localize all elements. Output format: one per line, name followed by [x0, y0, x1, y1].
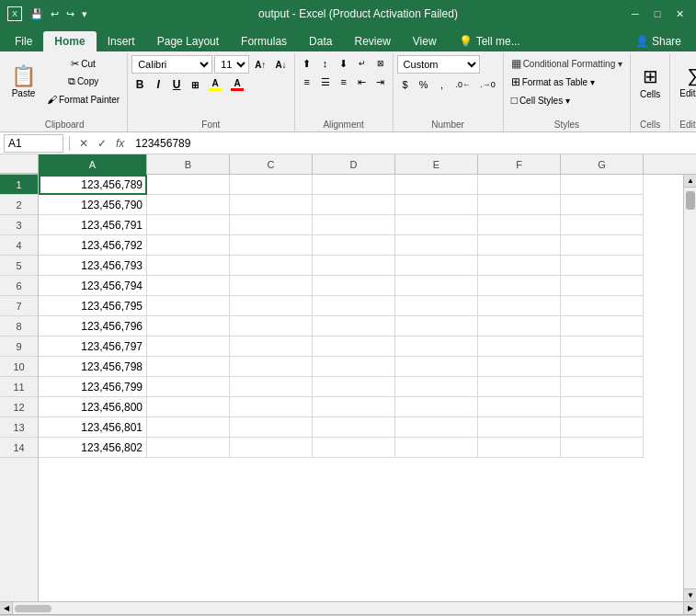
cell-c4[interactable]	[230, 235, 313, 256]
cell-b14[interactable]	[147, 438, 230, 458]
scroll-left-button[interactable]: ◀	[0, 602, 13, 614]
cell-f2[interactable]	[478, 195, 561, 215]
cell-e13[interactable]	[395, 417, 478, 438]
increase-indent-button[interactable]: ⇥	[372, 74, 389, 90]
minimize-button[interactable]: ─	[626, 5, 645, 23]
bold-button[interactable]: B	[131, 75, 148, 94]
cell-a5[interactable]: 123,456,793	[39, 256, 147, 276]
cell-g9[interactable]	[561, 337, 644, 357]
cell-g8[interactable]	[561, 316, 644, 337]
cell-c1[interactable]	[230, 175, 313, 195]
tab-home[interactable]: Home	[43, 31, 96, 51]
cell-g4[interactable]	[561, 235, 644, 256]
font-size-select[interactable]: 11	[214, 55, 249, 74]
align-top-button[interactable]: ⬆	[299, 55, 315, 72]
tab-review[interactable]: Review	[343, 31, 401, 51]
col-header-c[interactable]: C	[230, 154, 313, 175]
cell-b4[interactable]	[147, 235, 230, 256]
cell-reference-box[interactable]: A1	[4, 134, 63, 153]
decrease-decimal-button[interactable]: .0←	[452, 76, 475, 93]
conditional-formatting-button[interactable]: ▦ Conditional Formatting ▾	[508, 55, 626, 72]
cell-c3[interactable]	[230, 215, 313, 235]
tab-share[interactable]: 👤 Share	[624, 31, 692, 51]
increase-font-button[interactable]: A↑	[251, 55, 269, 74]
tab-formulas[interactable]: Formulas	[230, 31, 298, 51]
cell-d8[interactable]	[313, 316, 395, 337]
vertical-scrollbar[interactable]: ▲ ▼	[683, 175, 696, 601]
cell-a10[interactable]: 123,456,798	[39, 357, 147, 377]
cell-e9[interactable]	[395, 337, 478, 357]
align-left-button[interactable]: ≡	[299, 74, 315, 90]
row-num-9[interactable]: 9	[0, 337, 38, 357]
row-num-6[interactable]: 6	[0, 276, 38, 296]
cell-e7[interactable]	[395, 296, 478, 316]
cell-f5[interactable]	[478, 256, 561, 276]
cell-d14[interactable]	[313, 438, 395, 458]
row-num-1[interactable]: 1	[0, 175, 38, 195]
tab-insert[interactable]: Insert	[97, 31, 146, 51]
cell-e14[interactable]	[395, 438, 478, 458]
wrap-text-button[interactable]: ↵	[354, 55, 371, 72]
redo-button[interactable]: ↪	[63, 6, 77, 22]
cell-e1[interactable]	[395, 175, 478, 195]
cell-g2[interactable]	[561, 195, 644, 215]
cell-e4[interactable]	[395, 235, 478, 256]
row-num-11[interactable]: 11	[0, 377, 38, 397]
cell-g13[interactable]	[561, 417, 644, 438]
cell-e5[interactable]	[395, 256, 478, 276]
cell-a12[interactable]: 123,456,800	[39, 397, 147, 417]
col-header-b[interactable]: B	[147, 154, 230, 175]
formula-input[interactable]	[131, 134, 692, 153]
row-num-14[interactable]: 14	[0, 438, 38, 458]
cell-b9[interactable]	[147, 337, 230, 357]
cell-b5[interactable]	[147, 256, 230, 276]
cell-g5[interactable]	[561, 256, 644, 276]
cell-b2[interactable]	[147, 195, 230, 215]
align-right-button[interactable]: ≡	[336, 74, 352, 90]
row-num-4[interactable]: 4	[0, 235, 38, 256]
cell-b3[interactable]	[147, 215, 230, 235]
cut-button[interactable]: ✂ Cut	[43, 56, 123, 73]
cell-a8[interactable]: 123,456,796	[39, 316, 147, 337]
cell-c13[interactable]	[230, 417, 313, 438]
close-button[interactable]: ✕	[670, 5, 689, 23]
font-color-button[interactable]: A	[227, 75, 247, 94]
cell-e8[interactable]	[395, 316, 478, 337]
insert-function-button[interactable]: fx	[112, 134, 128, 153]
cell-f7[interactable]	[478, 296, 561, 316]
comma-button[interactable]: ,	[434, 76, 451, 93]
cell-d13[interactable]	[313, 417, 395, 438]
cell-f10[interactable]	[478, 357, 561, 377]
increase-decimal-button[interactable]: .→0	[476, 76, 499, 93]
cell-a3[interactable]: 123,456,791	[39, 215, 147, 235]
cell-e11[interactable]	[395, 377, 478, 397]
scroll-down-button[interactable]: ▼	[684, 588, 696, 601]
cell-b11[interactable]	[147, 377, 230, 397]
row-num-7[interactable]: 7	[0, 296, 38, 316]
cell-a7[interactable]: 123,456,795	[39, 296, 147, 316]
cell-f8[interactable]	[478, 316, 561, 337]
row-num-13[interactable]: 13	[0, 417, 38, 438]
cell-a2[interactable]: 123,456,790	[39, 195, 147, 215]
cell-d11[interactable]	[313, 377, 395, 397]
cell-c6[interactable]	[230, 276, 313, 296]
cell-b7[interactable]	[147, 296, 230, 316]
cell-e12[interactable]	[395, 397, 478, 417]
cell-a14[interactable]: 123,456,802	[39, 438, 147, 458]
scroll-right-button[interactable]: ▶	[683, 602, 696, 614]
cell-f6[interactable]	[478, 276, 561, 296]
cell-styles-button[interactable]: □ Cell Styles ▾	[508, 92, 626, 108]
cell-f12[interactable]	[478, 397, 561, 417]
cell-d1[interactable]	[313, 175, 395, 195]
cell-e2[interactable]	[395, 195, 478, 215]
cell-b8[interactable]	[147, 316, 230, 337]
format-as-table-button[interactable]: ⊞ Format as Table ▾	[508, 74, 626, 90]
tab-page-layout[interactable]: Page Layout	[146, 31, 230, 51]
cell-d3[interactable]	[313, 215, 395, 235]
cell-g12[interactable]	[561, 397, 644, 417]
scroll-thumb[interactable]	[686, 191, 695, 210]
cell-b1[interactable]	[147, 175, 230, 195]
cell-b13[interactable]	[147, 417, 230, 438]
row-num-5[interactable]: 5	[0, 256, 38, 276]
h-scroll-track[interactable]	[13, 602, 683, 614]
